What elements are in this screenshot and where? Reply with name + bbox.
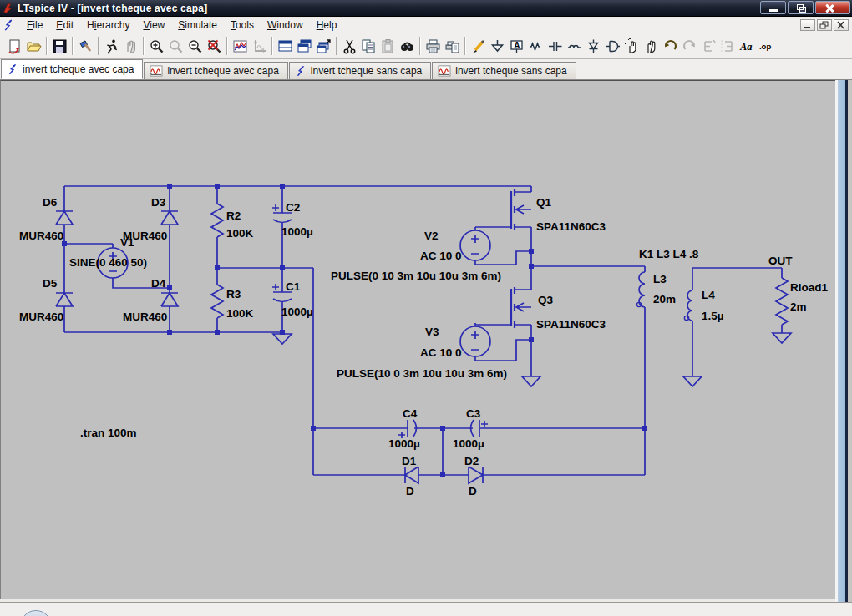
close-button[interactable] (815, 1, 850, 14)
place-component-button[interactable] (603, 36, 622, 57)
place-capacitor-button[interactable] (545, 36, 565, 57)
label-v2[interactable]: V2 (424, 230, 439, 242)
zoom-out-button[interactable] (185, 36, 205, 57)
label-r2[interactable]: R2 (226, 210, 241, 222)
run-button[interactable] (102, 36, 121, 57)
ground-icon[interactable] (773, 333, 791, 343)
restore-button[interactable] (788, 1, 814, 14)
ground-icon[interactable] (273, 334, 292, 344)
menu-view[interactable]: View (136, 18, 171, 33)
minimize-button[interactable] (760, 1, 786, 14)
label-l4[interactable]: L4 (702, 289, 715, 301)
source-V3[interactable] (460, 326, 490, 356)
zoom-in-button[interactable] (147, 36, 166, 57)
mirror-button[interactable] (718, 36, 738, 57)
rotate-button[interactable] (699, 36, 718, 57)
label-l4-value[interactable]: 1.5µ (702, 310, 724, 322)
label-v3-ac[interactable]: AC 10 0 (420, 346, 462, 359)
label-tran-directive[interactable]: .tran 100m (80, 427, 137, 439)
label-d6-model[interactable]: MUR460 (19, 230, 63, 242)
diode-D2[interactable] (469, 467, 483, 483)
diode-D4[interactable] (161, 293, 178, 306)
spice-directive-button[interactable]: .op (757, 36, 776, 57)
label-c1-value[interactable]: 1000µ (281, 305, 313, 318)
label-l3[interactable]: L3 (653, 273, 667, 285)
label-v1[interactable]: V1 (120, 236, 134, 249)
diode-D3[interactable] (161, 211, 178, 225)
paste-button[interactable] (378, 36, 398, 57)
label-d4-model[interactable]: MUR460 (123, 311, 167, 323)
autorange-y-button[interactable] (250, 36, 269, 57)
label-d2-model[interactable]: D (469, 485, 477, 497)
copy-button[interactable] (359, 36, 378, 57)
source-V2[interactable] (460, 230, 490, 260)
label-c2-value[interactable]: 1000µ (281, 225, 313, 238)
tab-schematic-avec-capa[interactable]: invert tcheque avec capa (1, 59, 143, 79)
label-v1-value[interactable]: SINE(0 460 50) (69, 256, 147, 269)
schematic-canvas[interactable]: D6 MUR460 D3 MUR460 D5 MUR460 D4 MUR460 … (0, 80, 835, 599)
label-net-button[interactable]: A (507, 36, 526, 57)
drag-button[interactable] (642, 36, 661, 57)
tab-waveform-sans-capa[interactable]: invert tcheque sans capa (432, 62, 576, 79)
label-v2-pulse[interactable]: PULSE(0 10 3m 10u 10u 3m 6m) (331, 270, 501, 282)
label-d4[interactable]: D4 (151, 277, 166, 290)
menu-window[interactable]: Window (261, 18, 310, 33)
move-button[interactable] (622, 36, 642, 57)
menu-hierarchy[interactable]: Hierarchy (80, 18, 136, 33)
label-c2[interactable]: C2 (286, 201, 300, 214)
new-schematic-button[interactable] (5, 36, 24, 57)
menu-file[interactable]: File (20, 18, 49, 33)
mdi-close-button[interactable] (834, 19, 849, 31)
save-button[interactable] (50, 36, 69, 57)
diode-D6[interactable] (56, 211, 73, 225)
label-l3-value[interactable]: 20m (653, 293, 676, 305)
place-diode-button[interactable] (584, 36, 603, 57)
label-q3[interactable]: Q3 (538, 294, 554, 306)
draw-wire-button[interactable] (469, 36, 488, 57)
new-window-button[interactable] (314, 36, 333, 57)
label-q3-model[interactable]: SPA11N60C3 (536, 318, 606, 331)
label-out-net[interactable]: OUT (768, 255, 793, 267)
label-r3[interactable]: R3 (226, 288, 241, 300)
diode-D1[interactable] (405, 467, 418, 483)
label-c4[interactable]: C4 (403, 407, 418, 420)
place-resistor-button[interactable] (526, 36, 545, 57)
capacitor-C4[interactable] (398, 420, 417, 438)
label-d6[interactable]: D6 (43, 196, 58, 209)
label-d1[interactable]: D1 (402, 455, 417, 467)
redo-button[interactable] (680, 36, 699, 57)
zoom-back-button[interactable] (166, 36, 185, 57)
diode-D5[interactable] (56, 293, 73, 306)
mdi-minimize-button[interactable] (800, 19, 815, 31)
label-v3[interactable]: V3 (425, 326, 439, 338)
plot-settings-button[interactable] (231, 36, 250, 57)
place-inductor-button[interactable] (565, 36, 584, 57)
tile-windows-button[interactable] (276, 36, 295, 57)
find-button[interactable] (398, 36, 417, 57)
label-c3-value[interactable]: 1000µ (453, 437, 484, 450)
open-button[interactable] (24, 36, 43, 57)
label-q1-model[interactable]: SPA11N60C3 (536, 220, 606, 233)
label-v3-pulse[interactable]: PULSE(10 0 3m 10u 10u 3m 6m) (337, 367, 507, 380)
label-r2-value[interactable]: 100K (226, 227, 254, 240)
label-d5[interactable]: D5 (43, 277, 58, 290)
menu-edit[interactable]: Edit (49, 18, 80, 33)
place-text-button[interactable]: Aa (738, 36, 757, 57)
print-button[interactable] (423, 36, 443, 57)
cut-button[interactable] (340, 36, 359, 57)
undo-button[interactable] (661, 36, 680, 57)
label-c1[interactable]: C1 (286, 280, 301, 293)
menu-simulate[interactable]: Simulate (171, 18, 224, 33)
label-d2[interactable]: D2 (464, 455, 479, 467)
label-c3[interactable]: C3 (466, 407, 481, 420)
label-d3[interactable]: D3 (151, 196, 166, 209)
place-ground-button[interactable] (488, 36, 507, 57)
menu-tools[interactable]: Tools (224, 18, 261, 33)
cascade-windows-button[interactable] (295, 36, 314, 57)
label-d5-model[interactable]: MUR460 (19, 311, 63, 323)
halt-button[interactable] (121, 36, 140, 57)
tab-waveform-avec-capa[interactable]: invert tcheque avec capa (144, 62, 287, 79)
label-q1[interactable]: Q1 (536, 196, 552, 209)
ground-icon[interactable] (683, 376, 702, 386)
menu-help[interactable]: Help (310, 18, 344, 33)
